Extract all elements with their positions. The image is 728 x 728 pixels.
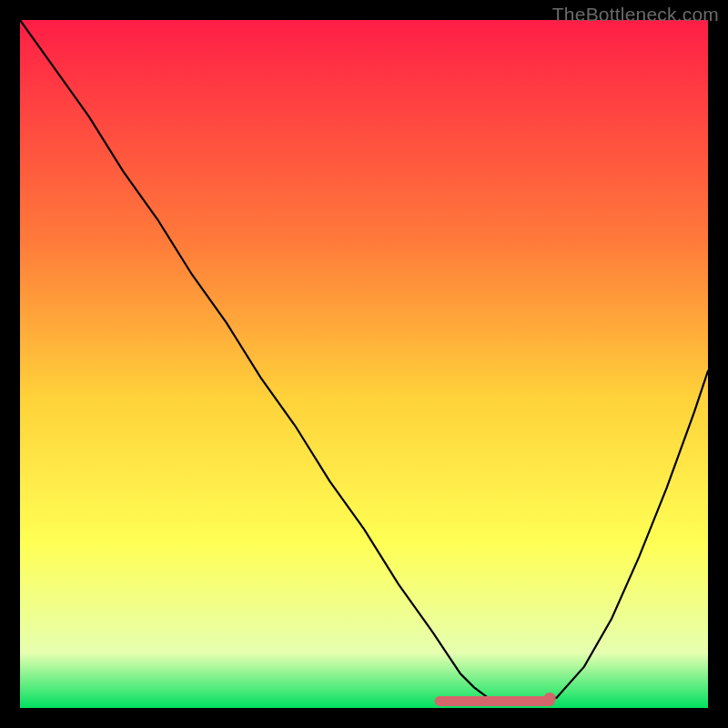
chart-frame: TheBottleneck.com — [0, 0, 728, 728]
minimum-marker-dot — [544, 693, 556, 704]
chart-svg — [20, 20, 708, 708]
gradient-background — [20, 20, 708, 708]
plot-area — [20, 20, 708, 708]
watermark: TheBottleneck.com — [552, 4, 719, 25]
